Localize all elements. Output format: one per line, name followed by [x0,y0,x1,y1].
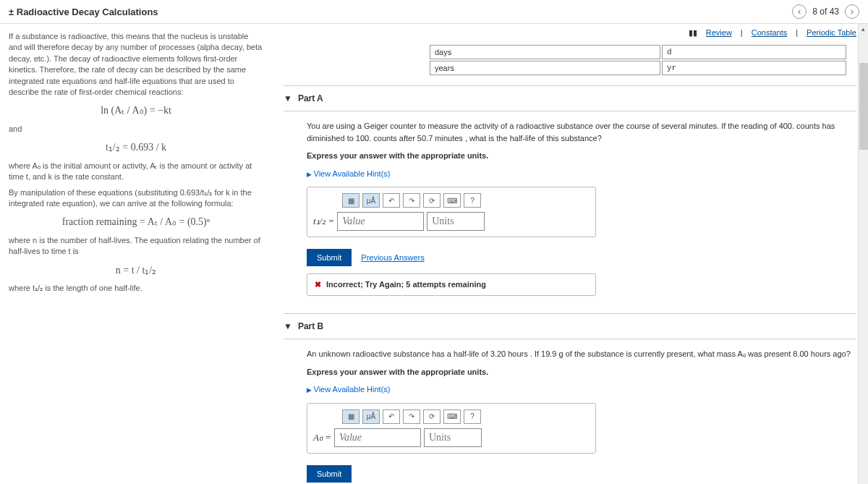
symbol-icon[interactable]: μÅ [362,409,380,424]
page-title: ± Radioactive Decay Calculations [9,7,158,17]
part-b-variable: A₀ = [313,432,331,443]
intro-text: If a substance is radioactive, this mean… [9,31,263,98]
part-a-hints-toggle[interactable]: View Available Hint(s) [307,168,856,180]
scroll-up-icon[interactable]: ▴ [859,24,868,34]
part-a-feedback: ✖ Incorrect; Try Again; 5 attempts remai… [307,273,596,296]
equation-2: t₁/₂ = 0.693 / k [9,140,263,155]
part-a-variable: t₁/₂ = [313,216,334,227]
scroll-thumb[interactable] [859,63,868,150]
redo-icon[interactable]: ↷ [403,193,420,208]
reset-icon[interactable]: ⟳ [423,193,441,208]
where-text-2: where n is the number of half-lives. The… [9,235,263,258]
keyboard-icon[interactable]: ⌨ [443,193,461,208]
units-table: days d years yr [428,43,848,77]
unit-name: years [430,61,660,75]
unit-abbr: d [662,45,846,59]
collapse-icon[interactable]: ▼ [284,321,292,331]
equation-3: fraction remaining = Aₜ / A₀ = (0.5)ⁿ [9,215,263,229]
symbol-icon[interactable]: μÅ [362,193,380,208]
theory-panel: If a substance is radioactive, this mean… [0,24,275,484]
where-text-3: where t₁/₂ is the length of one half-lif… [9,283,263,294]
table-row: days d [430,45,846,59]
table-row: years yr [430,61,846,75]
part-a-instruction: Express your answer with the appropriate… [307,150,856,162]
prev-page-button[interactable]: ‹ [792,4,807,19]
help-icon[interactable]: ? [464,409,481,424]
part-b-value-input[interactable] [334,428,421,447]
constants-link[interactable]: Constants [752,28,788,38]
where-text-1: where A₀ is the initial amount or activi… [9,161,263,183]
part-a-value-input[interactable] [337,212,424,231]
part-b-hints-toggle[interactable]: View Available Hint(s) [307,383,856,396]
page-indicator: 8 of 43 [812,7,839,17]
part-a-previous-answers-link[interactable]: Previous Answers [361,253,424,262]
part-b-answer-box: ▦ μÅ ↶ ↷ ⟳ ⌨ ? A₀ = [307,403,596,454]
review-link[interactable]: Review [706,28,732,38]
template-icon[interactable]: ▦ [342,193,359,208]
part-a-units-input[interactable] [427,212,485,231]
periodic-table-link[interactable]: Periodic Table [807,28,856,38]
undo-icon[interactable]: ↶ [383,193,400,208]
equation-4: n = t / t₁/₂ [9,263,263,278]
part-b-submit-button[interactable]: Submit [307,465,352,483]
manipulation-text: By manipulation of these equations (subs… [9,187,263,210]
vertical-scrollbar[interactable]: ▴ [858,24,868,484]
help-icon[interactable]: ? [464,193,481,208]
part-b-units-input[interactable] [424,428,482,447]
part-a-submit-button[interactable]: Submit [307,249,352,266]
unit-abbr: yr [662,61,846,75]
next-page-button[interactable]: › [845,4,859,19]
part-b-instruction: Express your answer with the appropriate… [307,366,856,378]
part-b-question: An unknown radioactive substance has a h… [307,348,856,360]
keyboard-icon[interactable]: ⌨ [443,409,461,424]
reset-icon[interactable]: ⟳ [423,409,441,424]
and-text: and [9,124,263,135]
template-icon[interactable]: ▦ [342,409,359,424]
unit-name: days [430,45,660,59]
equation-1: ln (Aₜ / A₀) = −kt [9,103,263,118]
collapse-icon[interactable]: ▼ [284,93,292,103]
part-b-label: Part B [298,321,323,331]
part-a-question: You are using a Geiger counter to measur… [307,120,856,144]
part-a-answer-box: ▦ μÅ ↶ ↷ ⟳ ⌨ ? t₁/₂ = [307,187,596,237]
part-a-label: Part A [298,93,323,103]
incorrect-icon: ✖ [315,280,321,289]
review-icon: ▮▮ [689,28,697,38]
redo-icon[interactable]: ↷ [403,409,420,424]
undo-icon[interactable]: ↶ [383,409,400,424]
